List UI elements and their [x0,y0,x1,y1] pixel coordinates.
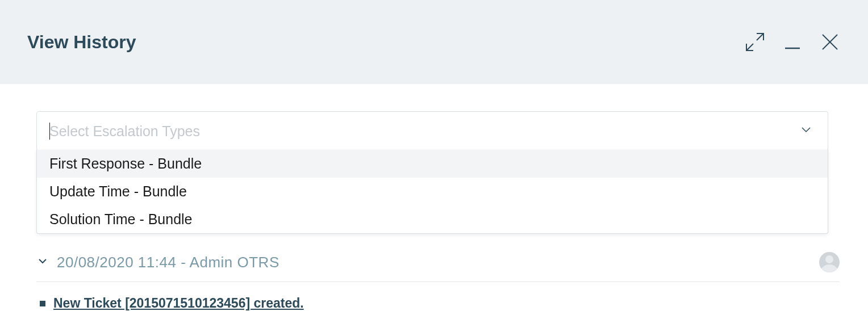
history-entry-row[interactable]: 20/08/2020 11:44 - Admin OTRS [36,247,840,282]
dropdown-option[interactable]: First Response - Bundle [37,150,828,178]
select-placeholder: Select Escalation Types [49,123,200,140]
close-icon[interactable] [819,31,841,53]
text-cursor [49,123,50,140]
history-event-link[interactable]: New Ticket [2015071510123456] created. [53,296,304,311]
content-area: 20/08/2020 11:44 - Admin OTRS New Ticket… [0,84,868,151]
expand-icon[interactable] [744,31,766,53]
escalation-type-input[interactable]: Select Escalation Types [36,111,828,151]
escalation-type-dropdown: First Response - Bundle Update Time - Bu… [36,150,828,234]
chevron-down-icon [36,255,49,270]
bullet-icon [40,301,45,306]
dropdown-option[interactable]: Update Time - Bundle [37,178,828,205]
minimize-icon[interactable] [782,31,803,53]
dropdown-option[interactable]: Solution Time - Bundle [37,205,828,233]
chevron-down-icon [799,123,813,140]
dialog-header: View History [0,0,868,84]
history-event-row: New Ticket [2015071510123456] created. [36,296,840,311]
escalation-type-select[interactable]: Select Escalation Types First Response -… [36,111,828,151]
header-actions [744,31,841,53]
history-entry-meta: 20/08/2020 11:44 - Admin OTRS [57,254,819,271]
page-title: View History [27,32,136,53]
avatar [819,252,840,272]
